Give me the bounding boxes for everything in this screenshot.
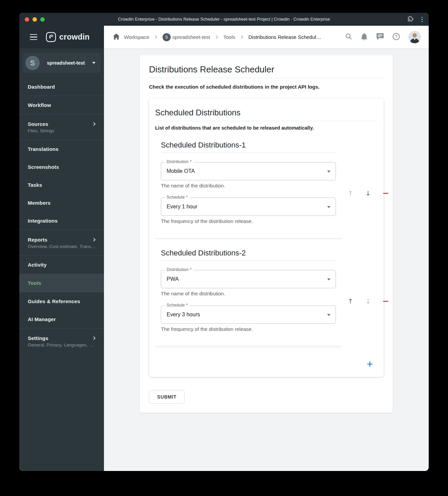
field-helper: The frequency of the distribution releas… xyxy=(161,218,336,224)
remove-section-icon[interactable] xyxy=(383,301,388,302)
add-section-icon[interactable]: + xyxy=(367,361,373,368)
sidebar-item-activity[interactable]: Activity xyxy=(19,256,104,274)
chevron-right-icon xyxy=(215,35,219,39)
sidebar-item-sublabel: General, Privacy, Languages, Q… xyxy=(28,342,97,347)
sidebar-item-sublabel: Files, Strings xyxy=(28,128,97,133)
home-icon[interactable] xyxy=(113,33,120,41)
chevron-down-icon xyxy=(327,171,330,173)
sidebar-item-screenshots[interactable]: Screenshots xyxy=(19,158,104,176)
sidebar: crowdin S spreadsheet-test DashboardWork… xyxy=(19,26,104,471)
chevron-right-icon xyxy=(92,122,97,126)
field-label: Distribution * xyxy=(165,267,193,272)
project-selector[interactable]: S spreadsheet-test xyxy=(22,53,101,73)
sidebar-item-ai-manager[interactable]: AI Manager xyxy=(19,310,104,328)
sidebar-item-guides-references[interactable]: Guides & References xyxy=(19,292,104,310)
sidebar-item-label: Settings xyxy=(28,335,48,341)
remove-section-icon[interactable] xyxy=(383,193,388,194)
user-avatar[interactable] xyxy=(408,31,421,43)
crowdin-logo[interactable]: crowdin xyxy=(46,32,90,42)
crowdin-logo-text: crowdin xyxy=(59,32,90,42)
search-icon[interactable] xyxy=(345,33,352,41)
field-label: Schedule * xyxy=(165,195,190,200)
page-content: Distributions Release Scheduler Check th… xyxy=(104,48,429,471)
move-up-icon: ↑ xyxy=(348,190,353,197)
section-title: Scheduled Distributions-2 xyxy=(161,249,336,261)
maximize-button[interactable] xyxy=(40,17,45,22)
submit-button[interactable]: SUBMIT xyxy=(149,390,185,404)
sidebar-item-label: Translations xyxy=(28,146,59,152)
chevron-down-icon xyxy=(327,314,330,316)
field-value: Mobile OTA xyxy=(167,168,195,174)
sidebar-item-translations[interactable]: Translations xyxy=(19,140,104,158)
extensions-icon[interactable] xyxy=(407,16,413,23)
sidebar-item-label: Members xyxy=(28,200,50,206)
card-description: List of distributions that are scheduled… xyxy=(155,125,378,131)
breadcrumb-bar: Workspace S spreadsheet-test Tools Distr… xyxy=(104,26,429,48)
sidebar-item-settings[interactable]: SettingsGeneral, Privacy, Languages, Q… xyxy=(19,329,104,354)
project-avatar: S xyxy=(25,56,40,70)
sidebar-item-label: Activity xyxy=(28,262,47,268)
screenshot-canvas: Crowdin Enterprise - Distributions Relea… xyxy=(0,0,448,496)
sidebar-item-workflow[interactable]: Workflow xyxy=(19,96,104,114)
sidebar-item-tools[interactable]: Tools xyxy=(19,274,104,292)
sidebar-item-reports[interactable]: ReportsOverview, Cost estimate, Transl… xyxy=(19,230,104,255)
page-title: Distributions Release Scheduler xyxy=(149,64,384,78)
move-up-icon[interactable]: ↑ xyxy=(348,298,353,305)
window-title: Crowdin Enterprise - Distributions Relea… xyxy=(96,17,352,22)
crowdin-logo-icon xyxy=(46,32,56,42)
chevron-down-icon xyxy=(327,278,330,280)
breadcrumb-current: Distributions Release Schedul… xyxy=(249,34,321,40)
chevron-down-icon xyxy=(92,62,95,64)
browser-window: Crowdin Enterprise - Distributions Relea… xyxy=(19,13,429,471)
schedule-select[interactable]: Schedule * Every 3 hours xyxy=(161,306,336,324)
minimize-button[interactable] xyxy=(33,17,37,22)
distribution-section-2: Scheduled Distributions-2 Distribution *… xyxy=(161,249,378,332)
traffic-lights xyxy=(25,17,96,22)
distribution-select[interactable]: Distribution * Mobile OTA xyxy=(161,162,336,180)
section-divider xyxy=(155,238,342,239)
sidebar-item-label: Dashboard xyxy=(28,84,55,90)
sidebar-item-label: Guides & References xyxy=(28,298,80,304)
breadcrumb-workspace[interactable]: Workspace xyxy=(124,34,149,40)
field-value: Every 1 hour xyxy=(167,204,197,210)
page-note: Check the execution of scheduled distrib… xyxy=(149,84,384,90)
sidebar-item-label: AI Manager xyxy=(28,316,56,322)
breadcrumb-project[interactable]: S spreadsheet-test xyxy=(163,33,210,41)
field-helper: The frequency of the distribution releas… xyxy=(161,326,336,332)
move-down-icon[interactable]: ↓ xyxy=(365,190,371,197)
sidebar-item-sublabel: Overview, Cost estimate, Transl… xyxy=(28,244,97,249)
sidebar-item-dashboard[interactable]: Dashboard xyxy=(19,78,104,96)
notifications-bell-icon[interactable] xyxy=(361,33,368,42)
sidebar-item-label: Sources xyxy=(28,121,48,127)
sidebar-item-members[interactable]: Members xyxy=(19,194,104,212)
chevron-right-icon xyxy=(92,238,97,242)
distribution-select[interactable]: Distribution * PWA xyxy=(161,270,336,288)
window-titlebar: Crowdin Enterprise - Distributions Relea… xyxy=(19,13,429,26)
sidebar-item-sources[interactable]: SourcesFiles, Strings xyxy=(19,114,104,140)
breadcrumb: Workspace S spreadsheet-test Tools Distr… xyxy=(113,33,345,41)
hamburger-menu-icon[interactable] xyxy=(30,34,37,40)
field-value: PWA xyxy=(167,276,179,282)
field-value: Every 3 hours xyxy=(167,312,200,318)
sidebar-item-label: Reports xyxy=(28,237,47,243)
close-button[interactable] xyxy=(25,17,29,22)
project-chip: S xyxy=(163,33,171,41)
sidebar-item-integrations[interactable]: Integrations xyxy=(19,212,104,230)
sidebar-item-label: Tasks xyxy=(28,182,42,188)
sidebar-item-tasks[interactable]: Tasks xyxy=(19,176,104,194)
field-helper: The name of the distribution. xyxy=(161,183,336,188)
svg-text:?: ? xyxy=(395,34,397,39)
schedule-select[interactable]: Schedule * Every 1 hour xyxy=(161,198,336,216)
project-name: spreadsheet-test xyxy=(40,60,92,66)
breadcrumb-tools[interactable]: Tools xyxy=(223,34,235,40)
browser-menu-icon[interactable] xyxy=(421,16,423,23)
card-title: Scheduled Distributions xyxy=(155,105,378,121)
messages-chat-icon[interactable] xyxy=(376,33,384,42)
sidebar-item-label: Workflow xyxy=(28,102,51,108)
sidebar-nav: DashboardWorkflowSourcesFiles, StringsTr… xyxy=(19,78,104,471)
help-icon[interactable]: ? xyxy=(392,33,400,42)
chevron-right-icon xyxy=(154,35,158,39)
section-title: Scheduled Distributions-1 xyxy=(161,141,336,153)
field-helper: The name of the distribution. xyxy=(161,291,336,296)
sidebar-item-label: Tools xyxy=(28,280,41,286)
